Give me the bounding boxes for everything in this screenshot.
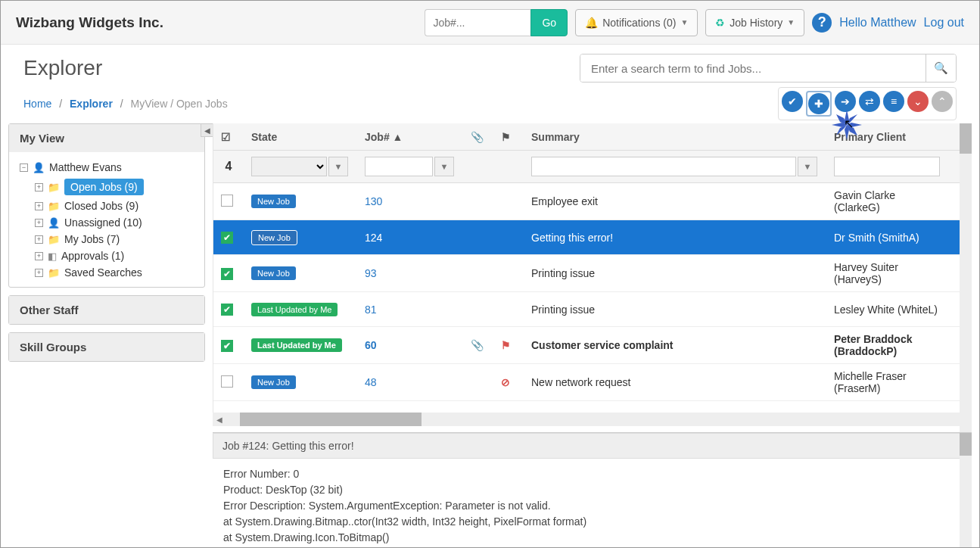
detail-scrollbar[interactable] [960, 433, 972, 548]
skill-groups-section[interactable]: Skill Groups [8, 332, 205, 362]
expand-icon[interactable]: + [35, 219, 43, 227]
sidebar-item[interactable]: +📁My Jobs (7) [14, 231, 200, 248]
filter-count: 4 [213, 154, 244, 179]
state-filter-select[interactable] [251, 157, 327, 176]
breadcrumb-current: MyView / Open Jobs [131, 98, 228, 110]
job-link[interactable]: 130 [365, 195, 382, 207]
table-row[interactable]: New Job48⊘New network requestMichelle Fr… [213, 364, 972, 401]
state-filter-button[interactable]: ▼ [328, 157, 348, 176]
explorer-search-input[interactable] [580, 54, 926, 82]
job-link[interactable]: 60 [365, 339, 377, 351]
sidebar-item[interactable]: +📁Saved Searches [14, 264, 200, 281]
expand-icon[interactable]: + [35, 252, 43, 260]
subheader-top: Explorer 🔍 [23, 54, 957, 83]
row-client: Gavin Clarke (ClarkeG) [826, 183, 947, 220]
flag-icon: ⚑ [501, 339, 511, 351]
row-summary: Printing issue [524, 297, 826, 322]
expand-icon[interactable]: + [35, 235, 43, 244]
bell-icon: 🔔 [585, 17, 598, 29]
action-down-button[interactable]: ⌄ [907, 91, 929, 112]
myview-section: My View − 👤 Matthew Evans +📁Open Jobs (9… [8, 123, 205, 288]
col-state[interactable]: State [244, 125, 357, 149]
table-row[interactable]: ✔New Job93Printing issueHarvey Suiter (H… [213, 255, 972, 292]
job-link[interactable]: 124 [365, 232, 382, 244]
detail-line: at System.Drawing.Bitmap..ctor(Int32 wid… [223, 514, 961, 530]
table-header: ☑ State Job# ▲ 📎 ⚑ Summary Primary Clien… [213, 123, 972, 151]
action-add-wrap: ✚ [806, 91, 832, 117]
row-client: Michelle Fraser (FraserM) [826, 364, 947, 400]
other-staff-header: Other Staff [9, 296, 204, 324]
breadcrumb-explorer[interactable]: Explorer [70, 98, 113, 110]
col-check[interactable]: ☑ [213, 125, 244, 149]
row-checkbox[interactable]: ✔ [221, 232, 233, 244]
table-filter-row: 4 ▼ ▼ ▼ [213, 151, 972, 183]
folder-icon: 📁 [48, 267, 60, 279]
other-staff-section[interactable]: Other Staff [8, 295, 205, 325]
job-filter-input[interactable] [365, 157, 433, 176]
action-forward-button[interactable]: ➔ [835, 91, 856, 112]
expand-icon[interactable]: + [35, 202, 43, 210]
col-job[interactable]: Job# ▲ [357, 125, 463, 149]
row-checkbox[interactable] [221, 195, 233, 207]
sidebar-item[interactable]: +📁Open Jobs (9) [14, 176, 200, 198]
folder-icon: 📁 [48, 234, 60, 245]
col-client[interactable]: Primary Client [826, 125, 947, 149]
caret-down-icon: ▼ [680, 18, 688, 26]
table-row[interactable]: ✔Last Updated by Me60📎⚑Customer service … [213, 327, 972, 364]
paperclip-icon: 📎 [471, 131, 484, 143]
row-summary: Getting this error! [524, 226, 826, 250]
action-check-button[interactable]: ✔ [782, 91, 803, 112]
search-button[interactable]: 🔍 [926, 54, 956, 82]
action-add-button[interactable]: ✚ [808, 93, 829, 114]
col-summary[interactable]: Summary [524, 125, 826, 149]
row-checkbox[interactable]: ✔ [221, 340, 233, 352]
summary-filter-button[interactable]: ▼ [798, 157, 817, 176]
horizontal-scrollbar[interactable]: ◀ ▶ [213, 413, 972, 426]
job-link[interactable]: 93 [365, 267, 377, 279]
action-up-button[interactable]: ⌃ [932, 91, 953, 112]
tree-root[interactable]: − 👤 Matthew Evans [14, 158, 200, 176]
sidebar-item[interactable]: +◧Approvals (1) [14, 248, 200, 264]
logout-link[interactable]: Log out [924, 16, 964, 30]
summary-filter-input[interactable] [531, 157, 796, 176]
header: Wizbang Widgets Inc. Go 🔔 Notifications … [1, 1, 979, 45]
row-client: Harvey Suiter (HarveyS) [826, 255, 947, 291]
tree-root-label: Matthew Evans [49, 161, 122, 173]
action-list-button[interactable]: ≡ [883, 91, 904, 112]
action-swap-button[interactable]: ⇄ [859, 91, 880, 112]
skill-groups-header: Skill Groups [9, 333, 204, 361]
sidebar-item[interactable]: +📁Closed Jobs (9) [14, 198, 200, 214]
table-row[interactable]: ✔New Job124Getting this error!Dr Smith (… [213, 220, 972, 255]
hello-user-link[interactable]: Hello Matthew [839, 16, 916, 30]
breadcrumb-home[interactable]: Home [23, 98, 51, 110]
table-row[interactable]: New Job130Employee exitGavin Clarke (Cla… [213, 183, 972, 220]
notifications-button[interactable]: 🔔 Notifications (0) ▼ [575, 9, 698, 36]
row-client: Dr Smith (SmithA) [826, 226, 947, 250]
job-filter-button[interactable]: ▼ [434, 157, 454, 176]
sidebar-item[interactable]: +👤Unassigned (10) [14, 214, 200, 231]
job-search-input[interactable] [425, 9, 530, 36]
job-link[interactable]: 81 [365, 304, 377, 316]
help-icon[interactable]: ? [812, 13, 832, 33]
row-checkbox[interactable]: ✔ [221, 268, 233, 280]
table-row[interactable]: ✔Last Updated by Me81Printing issueLesle… [213, 292, 972, 327]
row-checkbox[interactable]: ✔ [221, 304, 233, 316]
misc-icon: ◧ [48, 251, 57, 262]
col-attach[interactable]: 📎 [463, 125, 493, 149]
collapse-icon[interactable]: − [20, 163, 28, 172]
sort-asc-icon: ▲ [393, 131, 403, 143]
row-checkbox[interactable] [221, 375, 233, 388]
expand-icon[interactable]: + [35, 269, 43, 277]
subheader-bottom: Home / Explorer / MyView / Open Jobs ✔ ✚… [23, 87, 957, 120]
sidebar-item-label: Unassigned (10) [64, 216, 142, 229]
job-history-button[interactable]: ♻ Job History ▼ [705, 9, 804, 36]
col-flag[interactable]: ⚑ [493, 125, 524, 149]
state-badge: New Job [251, 195, 296, 208]
client-filter-input[interactable] [834, 157, 940, 176]
person-icon: 👤 [48, 217, 60, 229]
tree: − 👤 Matthew Evans +📁Open Jobs (9)+📁Close… [9, 152, 204, 287]
expand-icon[interactable]: + [35, 183, 43, 191]
job-link[interactable]: 48 [365, 376, 377, 388]
myview-header[interactable]: My View [9, 124, 204, 152]
go-button[interactable]: Go [530, 9, 568, 36]
